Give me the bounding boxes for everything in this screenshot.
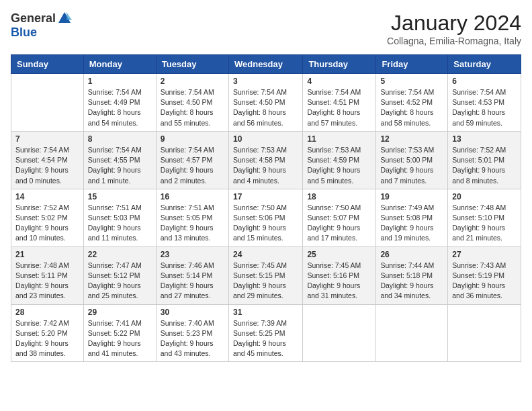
cell-info: Sunrise: 7:54 AM Sunset: 4:52 PM Dayligh… <box>380 87 443 128</box>
calendar-cell: 22Sunrise: 7:47 AM Sunset: 5:12 PM Dayli… <box>83 246 156 304</box>
calendar-cell: 14Sunrise: 7:52 AM Sunset: 5:02 PM Dayli… <box>11 189 84 246</box>
logo-blue-text: Blue <box>11 26 37 40</box>
day-number: 9 <box>161 134 224 144</box>
calendar-cell: 18Sunrise: 7:50 AM Sunset: 5:07 PM Dayli… <box>303 189 376 246</box>
day-number: 12 <box>380 134 443 144</box>
calendar-cell: 23Sunrise: 7:46 AM Sunset: 5:14 PM Dayli… <box>156 246 228 304</box>
day-number: 18 <box>307 192 371 201</box>
svg-marker-1 <box>66 12 72 20</box>
calendar-cell: 25Sunrise: 7:45 AM Sunset: 5:16 PM Dayli… <box>303 246 376 304</box>
column-header-sunday: Sunday <box>11 55 84 74</box>
cell-info: Sunrise: 7:49 AM Sunset: 5:08 PM Dayligh… <box>380 203 443 244</box>
cell-info: Sunrise: 7:43 AM Sunset: 5:19 PM Dayligh… <box>452 261 517 302</box>
calendar-cell: 4Sunrise: 7:54 AM Sunset: 4:51 PM Daylig… <box>303 74 376 132</box>
calendar-cell: 21Sunrise: 7:48 AM Sunset: 5:11 PM Dayli… <box>11 246 84 304</box>
calendar-cell <box>376 304 448 362</box>
month-title: January 2024 <box>387 11 521 36</box>
location-title: Collagna, Emilia-Romagna, Italy <box>387 36 521 46</box>
cell-info: Sunrise: 7:52 AM Sunset: 5:02 PM Dayligh… <box>15 203 79 244</box>
cell-info: Sunrise: 7:53 AM Sunset: 4:59 PM Dayligh… <box>307 145 371 186</box>
logo-icon <box>57 11 72 26</box>
cell-info: Sunrise: 7:45 AM Sunset: 5:15 PM Dayligh… <box>233 261 298 302</box>
calendar-cell <box>448 304 521 362</box>
day-number: 3 <box>233 77 298 86</box>
title-block: January 2024 Collagna, Emilia-Romagna, I… <box>387 11 521 46</box>
day-number: 24 <box>233 250 298 259</box>
calendar-cell: 27Sunrise: 7:43 AM Sunset: 5:19 PM Dayli… <box>448 246 521 304</box>
logo-general-text: General <box>11 11 56 26</box>
calendar-week-row: 1Sunrise: 7:54 AM Sunset: 4:49 PM Daylig… <box>11 74 521 132</box>
day-number: 29 <box>88 308 152 317</box>
cell-info: Sunrise: 7:40 AM Sunset: 5:23 PM Dayligh… <box>161 318 224 359</box>
column-header-monday: Monday <box>83 55 156 74</box>
column-header-wednesday: Wednesday <box>228 55 302 74</box>
calendar-cell: 19Sunrise: 7:49 AM Sunset: 5:08 PM Dayli… <box>376 189 448 246</box>
day-number: 25 <box>307 250 371 259</box>
calendar-cell: 26Sunrise: 7:44 AM Sunset: 5:18 PM Dayli… <box>376 246 448 304</box>
cell-info: Sunrise: 7:47 AM Sunset: 5:12 PM Dayligh… <box>88 261 152 302</box>
cell-info: Sunrise: 7:45 AM Sunset: 5:16 PM Dayligh… <box>307 261 371 302</box>
calendar-cell: 31Sunrise: 7:39 AM Sunset: 5:25 PM Dayli… <box>228 304 302 362</box>
day-number: 14 <box>15 192 79 201</box>
cell-info: Sunrise: 7:39 AM Sunset: 5:25 PM Dayligh… <box>233 318 298 359</box>
cell-info: Sunrise: 7:48 AM Sunset: 5:11 PM Dayligh… <box>15 261 79 302</box>
cell-info: Sunrise: 7:54 AM Sunset: 4:50 PM Dayligh… <box>233 87 298 128</box>
cell-info: Sunrise: 7:52 AM Sunset: 5:01 PM Dayligh… <box>452 145 517 186</box>
day-number: 19 <box>380 192 443 201</box>
cell-info: Sunrise: 7:50 AM Sunset: 5:07 PM Dayligh… <box>307 203 371 244</box>
calendar-cell: 1Sunrise: 7:54 AM Sunset: 4:49 PM Daylig… <box>83 74 156 132</box>
calendar-week-row: 7Sunrise: 7:54 AM Sunset: 4:54 PM Daylig… <box>11 131 521 189</box>
cell-info: Sunrise: 7:54 AM Sunset: 4:53 PM Dayligh… <box>452 87 517 128</box>
day-number: 23 <box>161 250 224 259</box>
cell-info: Sunrise: 7:54 AM Sunset: 4:51 PM Dayligh… <box>307 87 371 128</box>
day-number: 8 <box>88 134 152 144</box>
day-number: 15 <box>88 192 152 201</box>
cell-info: Sunrise: 7:41 AM Sunset: 5:22 PM Dayligh… <box>88 318 152 359</box>
calendar-week-row: 21Sunrise: 7:48 AM Sunset: 5:11 PM Dayli… <box>11 246 521 304</box>
cell-info: Sunrise: 7:42 AM Sunset: 5:20 PM Dayligh… <box>15 318 79 359</box>
calendar-cell <box>11 74 84 132</box>
column-header-thursday: Thursday <box>303 55 376 74</box>
cell-info: Sunrise: 7:53 AM Sunset: 4:58 PM Dayligh… <box>233 145 298 186</box>
calendar-cell: 11Sunrise: 7:53 AM Sunset: 4:59 PM Dayli… <box>303 131 376 189</box>
cell-info: Sunrise: 7:54 AM Sunset: 4:50 PM Dayligh… <box>161 87 224 128</box>
cell-info: Sunrise: 7:54 AM Sunset: 4:57 PM Dayligh… <box>161 145 224 186</box>
logo: General Blue <box>11 11 72 40</box>
day-number: 7 <box>15 134 79 144</box>
cell-info: Sunrise: 7:50 AM Sunset: 5:06 PM Dayligh… <box>233 203 298 244</box>
cell-info: Sunrise: 7:53 AM Sunset: 5:00 PM Dayligh… <box>380 145 443 186</box>
calendar-week-row: 14Sunrise: 7:52 AM Sunset: 5:02 PM Dayli… <box>11 189 521 246</box>
column-header-friday: Friday <box>376 55 448 74</box>
calendar-cell: 17Sunrise: 7:50 AM Sunset: 5:06 PM Dayli… <box>228 189 302 246</box>
calendar-cell <box>303 304 376 362</box>
calendar-cell: 9Sunrise: 7:54 AM Sunset: 4:57 PM Daylig… <box>156 131 228 189</box>
calendar-header-row: SundayMondayTuesdayWednesdayThursdayFrid… <box>11 55 521 74</box>
column-header-tuesday: Tuesday <box>156 55 228 74</box>
calendar-cell: 8Sunrise: 7:54 AM Sunset: 4:55 PM Daylig… <box>83 131 156 189</box>
page-header: General Blue January 2024 Collagna, Emil… <box>11 11 521 46</box>
cell-info: Sunrise: 7:54 AM Sunset: 4:55 PM Dayligh… <box>88 145 152 186</box>
cell-info: Sunrise: 7:46 AM Sunset: 5:14 PM Dayligh… <box>161 261 224 302</box>
calendar-cell: 12Sunrise: 7:53 AM Sunset: 5:00 PM Dayli… <box>376 131 448 189</box>
calendar-cell: 6Sunrise: 7:54 AM Sunset: 4:53 PM Daylig… <box>448 74 521 132</box>
cell-info: Sunrise: 7:48 AM Sunset: 5:10 PM Dayligh… <box>452 203 517 244</box>
calendar-cell: 16Sunrise: 7:51 AM Sunset: 5:05 PM Dayli… <box>156 189 228 246</box>
calendar-cell: 10Sunrise: 7:53 AM Sunset: 4:58 PM Dayli… <box>228 131 302 189</box>
day-number: 5 <box>380 77 443 86</box>
calendar-cell: 24Sunrise: 7:45 AM Sunset: 5:15 PM Dayli… <box>228 246 302 304</box>
day-number: 31 <box>233 308 298 317</box>
calendar-cell: 15Sunrise: 7:51 AM Sunset: 5:03 PM Dayli… <box>83 189 156 246</box>
calendar-cell: 7Sunrise: 7:54 AM Sunset: 4:54 PM Daylig… <box>11 131 84 189</box>
day-number: 28 <box>15 308 79 317</box>
calendar-cell: 20Sunrise: 7:48 AM Sunset: 5:10 PM Dayli… <box>448 189 521 246</box>
column-header-saturday: Saturday <box>448 55 521 74</box>
cell-info: Sunrise: 7:51 AM Sunset: 5:03 PM Dayligh… <box>88 203 152 244</box>
cell-info: Sunrise: 7:51 AM Sunset: 5:05 PM Dayligh… <box>161 203 224 244</box>
calendar-cell: 30Sunrise: 7:40 AM Sunset: 5:23 PM Dayli… <box>156 304 228 362</box>
day-number: 22 <box>88 250 152 259</box>
cell-info: Sunrise: 7:44 AM Sunset: 5:18 PM Dayligh… <box>380 261 443 302</box>
day-number: 16 <box>161 192 224 201</box>
calendar-table: SundayMondayTuesdayWednesdayThursdayFrid… <box>11 54 521 362</box>
calendar-cell: 13Sunrise: 7:52 AM Sunset: 5:01 PM Dayli… <box>448 131 521 189</box>
day-number: 6 <box>452 77 517 86</box>
